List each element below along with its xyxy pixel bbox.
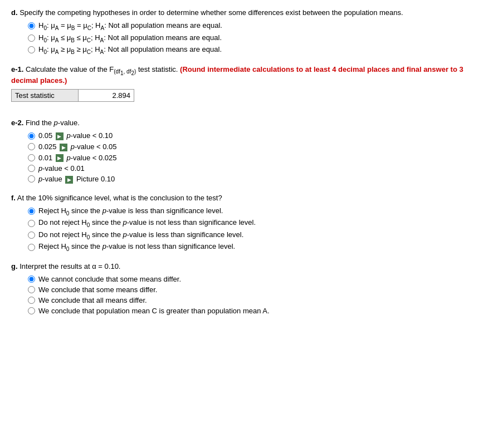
d-label-2: H0: μA ≤ μB ≤ μC; HA: Not all population… [38,33,222,43]
f-instruction: f. At the 10% significance level, what i… [11,194,482,202]
e2-instruction: e-2. Find the p-value. [11,119,482,127]
g-options: We cannot conclude that some means diffe… [28,275,482,315]
test-stat-table: Test statistic 2.894 [11,89,134,102]
e2-radio-4[interactable] [28,165,35,172]
d-label-1: H0: μA = μB = μC; HA: Not all population… [38,21,222,31]
f-radio-3[interactable] [28,232,35,239]
e2-options: 0.05 ▶ p-value < 0.10 0.025 ▶ p-value < … [28,131,482,183]
e2-radio-1[interactable] [28,132,35,140]
e2-option-4[interactable]: p-value < 0.01 [28,164,482,173]
f-option-1[interactable]: Reject H0 since the p-value is less than… [28,206,482,216]
f-label-2: Do not reject H0 since the p-value is no… [38,218,256,228]
f-label-4: Reject H0 since the p-value is not less … [38,242,235,252]
e2-radio-3[interactable] [28,154,35,161]
e2-label-1: 0.05 ▶ p-value < 0.10 [38,131,113,140]
g-option-4[interactable]: We conclude that population mean C is gr… [28,307,482,315]
g-radio-3[interactable] [28,297,35,304]
e2-option-1[interactable]: 0.05 ▶ p-value < 0.10 [28,131,482,140]
e2-option-2[interactable]: 0.025 ▶ p-value < 0.05 [28,142,482,151]
e1-instruction: e-1. Calculate the value of the F(df1, d… [11,65,482,85]
picture-icon-1: ▶ [56,132,64,140]
test-stat-value[interactable]: 2.894 [79,90,134,102]
g-label-4: We conclude that population mean C is gr… [38,307,270,315]
e1-emphasis: (Round intermediate calculations to at l… [11,65,463,85]
f-radio-2[interactable] [28,220,35,227]
g-option-2[interactable]: We conclude that some means differ. [28,285,482,294]
g-instruction: g. Interpret the results at α = 0.10. [11,262,482,270]
f-radio-1[interactable] [28,208,35,215]
d-option-1[interactable]: H0: μA = μB = μC; HA: Not all population… [28,21,482,31]
e2-label-5: p-value ▶ Picture 0.10 [38,175,115,184]
section-g: g. Interpret the results at α = 0.10. We… [11,262,482,315]
e2-option-3[interactable]: 0.01 ▶ p-value < 0.025 [28,154,482,163]
f-option-3[interactable]: Do not reject H0 since the p-value is le… [28,230,482,240]
g-label-3: We conclude that all means differ. [38,296,147,304]
section-e2: e-2. Find the p-value. 0.05 ▶ p-value < … [11,119,482,183]
g-radio-4[interactable] [28,307,35,314]
f-label-3: Do not reject H0 since the p-value is le… [38,230,243,240]
g-option-3[interactable]: We conclude that all means differ. [28,296,482,304]
picture-icon-2: ▶ [60,144,67,151]
f-label-1: Reject H0 since the p-value is less than… [38,206,223,216]
picture-icon-3: ▶ [56,154,64,162]
section-f: f. At the 10% significance level, what i… [11,194,482,252]
d-options: H0: μA = μB = μC; HA: Not all population… [28,21,482,55]
d-radio-1[interactable] [28,22,35,29]
d-option-3[interactable]: H0: μA ≥ μB ≥ μC; HA: Not all population… [28,45,482,55]
g-radio-2[interactable] [28,286,35,293]
d-radio-3[interactable] [28,46,35,53]
f-options: Reject H0 since the p-value is less than… [28,206,482,252]
e2-label-3: 0.01 ▶ p-value < 0.025 [38,154,117,163]
f-option-4[interactable]: Reject H0 since the p-value is not less … [28,242,482,252]
d-radio-2[interactable] [28,35,35,42]
e2-radio-5[interactable] [28,175,35,183]
section-e1: e-1. Calculate the value of the F(df1, d… [11,65,482,102]
g-option-1[interactable]: We cannot conclude that some means diffe… [28,275,482,283]
g-label-1: We cannot conclude that some means diffe… [38,275,181,283]
d-option-2[interactable]: H0: μA ≤ μB ≤ μC; HA: Not all population… [28,33,482,43]
test-stat-label: Test statistic [12,90,79,102]
f-option-2[interactable]: Do not reject H0 since the p-value is no… [28,218,482,228]
f-radio-4[interactable] [28,244,35,251]
e2-label-4: p-value < 0.01 [38,164,85,173]
picture-icon-5: ▶ [65,176,73,184]
d-instruction: d. Specify the competing hypotheses in o… [11,8,482,17]
g-label-2: We conclude that some means differ. [38,285,157,294]
d-label-3: H0: μA ≥ μB ≥ μC; HA: Not all population… [38,45,222,55]
g-radio-1[interactable] [28,275,35,283]
e2-label-2: 0.025 ▶ p-value < 0.05 [38,142,117,151]
section-d: d. Specify the competing hypotheses in o… [11,8,482,55]
test-stat-row: Test statistic 2.894 [12,90,134,102]
e2-radio-2[interactable] [28,143,35,150]
e2-option-5[interactable]: p-value ▶ Picture 0.10 [28,175,482,184]
